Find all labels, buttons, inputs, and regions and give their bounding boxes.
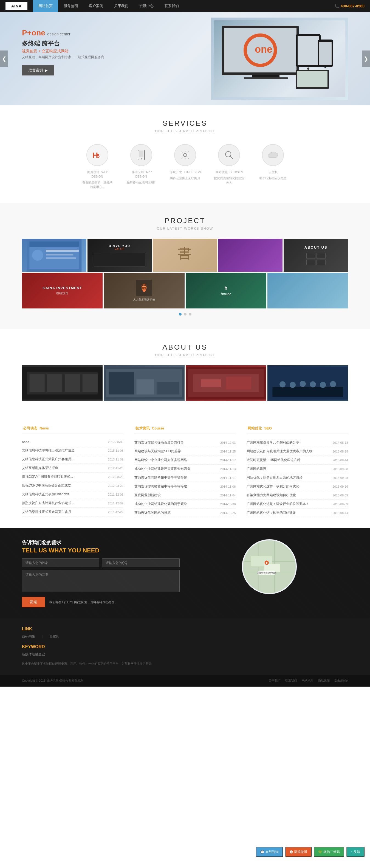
footer-link-privacy[interactable]: 隐私政策	[318, 679, 330, 683]
services-subtitle: OUR FULL-SERVED PROJECT	[22, 129, 348, 133]
nav-item-contact[interactable]: 联系我们	[159, 0, 184, 12]
news-col-title-seo: 网站优化 SEO	[246, 426, 348, 434]
contact-qq-input[interactable]	[102, 558, 179, 567]
news-title[interactable]: 成功的企业网站建设还需要哪些东西备	[134, 467, 217, 471]
contact-message-textarea[interactable]	[22, 570, 180, 592]
news-date: 2015-11-03	[108, 449, 123, 452]
news-title[interactable]: 网站建设花如何吸引关注大量优质客户的人物	[246, 449, 330, 454]
svg-point-51	[300, 381, 306, 387]
news-title[interactable]: 广州网站建设分享几个裂利处的分享	[246, 440, 330, 445]
news-date: 2013-08-14	[333, 459, 348, 462]
news-title[interactable]: 艾纳信息科技即将推出引流推广通道	[22, 448, 105, 453]
project-item-7[interactable]: 🏺 人人美术培训学校	[104, 273, 184, 308]
project-item-9[interactable]	[267, 273, 348, 308]
link-title: LINK	[22, 626, 348, 631]
hero-devices-image: one	[214, 20, 345, 97]
news-item: 近间时更灵活！H5网站优化应这几种 2013-08-14	[246, 456, 348, 465]
news-col-title-company: 公司动态 News	[22, 426, 124, 434]
keyword-items: 新媒体经融企业	[22, 652, 348, 657]
project-item-6[interactable]: KAINA INVESTMENT 凯纳投资	[22, 273, 103, 308]
svg-rect-35	[82, 374, 98, 392]
nav-item-cases[interactable]: 客户案例	[83, 0, 109, 12]
news-title[interactable]: 热烈庆祝广东省计算机行业协定式...	[22, 501, 105, 505]
news-title[interactable]: 成功的企业网站建设化繁为简于繁杂	[134, 502, 217, 506]
link-item-2[interactable]: 画空间	[49, 634, 59, 639]
contact-left: 告诉我们您的需求 TELL US WHAT YOU NEED 发送 我们将在1个…	[22, 539, 180, 607]
news-title[interactable]: 庆祝CCPO中国商业摄影正式成立	[22, 483, 105, 488]
nav-item-home[interactable]: 网站首页	[33, 0, 58, 12]
project-item-2[interactable]: DRIVE YOU VALUE	[88, 239, 152, 272]
svg-point-11	[325, 67, 326, 68]
hero-brand-sub: design center	[47, 32, 70, 36]
nav-item-about[interactable]: 关于我们	[109, 0, 134, 12]
news-title[interactable]: 广州网站优化这：这里的网站建设	[246, 510, 330, 515]
hero-cta-button[interactable]: 欣赏案例 ▶	[22, 65, 54, 75]
news-title[interactable]: 庆祝CCPA中国服务摄影联盟正式...	[22, 474, 105, 479]
news-title[interactable]: aaaa	[22, 440, 105, 444]
project-subtitle: OUR LATEST WORKS SHOW	[22, 227, 348, 230]
news-date: 2012-08-29	[108, 475, 123, 478]
news-title[interactable]: 互联网业创新建设	[134, 493, 217, 498]
project-item-4[interactable]	[218, 239, 283, 272]
news-title[interactable]: 艾纳互感谢媒体采访报道	[22, 466, 105, 470]
svg-rect-48	[272, 387, 343, 397]
news-title[interactable]: 艾纳信息科技正式参加Chianhwei	[22, 492, 105, 497]
news-item: 艾纳信息科技即将推出引流推广通道 2015-11-03	[22, 446, 124, 455]
about-item-2	[104, 365, 184, 401]
footer-link-email[interactable]: EMail地址	[334, 679, 348, 683]
news-title[interactable]: 网站建设与天猫淘宝SEO的差异	[134, 449, 217, 454]
news-title[interactable]: 网站建设中小企业公司如何实现网络	[134, 458, 217, 462]
news-title[interactable]: 近间时更灵活！H5网站优化应这几种	[246, 458, 330, 462]
news-title[interactable]: 艾纳告诉你的网站的排感	[134, 510, 217, 515]
news-title[interactable]: 艾纳告诉你网络营销中等等等等等建	[134, 475, 217, 480]
contact-name-input[interactable]	[22, 558, 99, 567]
svg-point-18	[141, 158, 142, 159]
project-row-1: DRIVE YOU VALUE 書 ABOUT US	[22, 239, 348, 272]
news-title[interactable]: 艾纳信息科技正式荣获广州客服局...	[22, 457, 105, 462]
news-title[interactable]: 艾纳告诉你网络营销中等等等等等建	[134, 484, 217, 489]
project-item-1[interactable]	[22, 239, 87, 272]
send-button[interactable]: 发送	[22, 597, 45, 607]
contact-title-en: TELL US WHAT YOU NEED	[22, 547, 180, 554]
news-title[interactable]: 广州网站优化这样一获积分如何优化	[246, 484, 330, 489]
news-date: 2014-12-03	[220, 441, 236, 444]
news-date: 2013-08-18	[333, 450, 348, 453]
footer-link-about[interactable]: 关于我们	[269, 679, 280, 683]
project-item-8[interactable]: h houzz	[186, 273, 266, 308]
service-item-cloud: 云主机 哪个行业都应该考虑	[251, 144, 295, 189]
service-desc-system: 将办公室搬上互联网月	[169, 176, 202, 181]
footer-link-sitemap[interactable]: 网站地图	[301, 679, 313, 683]
news-date: 2011-12-02	[108, 502, 123, 505]
dot-1[interactable]	[179, 313, 181, 316]
svg-rect-5	[244, 78, 288, 79]
news-date: 2012-11-20	[108, 467, 123, 470]
news-item: 艾纳信息科技正式参加Chianhwei 2011-12-03	[22, 490, 124, 499]
news-date: 2014-11-25	[220, 450, 236, 453]
slider-right-arrow[interactable]: ❯	[362, 51, 370, 67]
dot-3[interactable]	[189, 313, 192, 316]
slider-left-arrow[interactable]: ❮	[0, 51, 8, 67]
project-item-3[interactable]: 書	[153, 239, 217, 272]
link-item-1[interactable]: 西码书生	[22, 634, 35, 639]
svg-rect-33	[47, 374, 62, 392]
svg-rect-7	[298, 36, 319, 65]
news-title[interactable]: 艾纳告诉你如何提高百度自然排名	[134, 440, 217, 445]
news-title[interactable]: 广州网站优化这是：建设行业的位置要本！	[246, 502, 330, 506]
about-item-3	[186, 365, 266, 401]
svg-point-8	[307, 67, 309, 70]
dot-2[interactable]	[184, 313, 187, 316]
service-desc-mobile: 触屏移动互联网应用†	[125, 180, 158, 185]
news-col-seo: 网站优化 SEO 广州网站建设分享几个裂利处的分享 2014-08-18 网站建…	[246, 426, 348, 517]
news-title[interactable]: 网站优化：这是百度迎出效的地方游步	[246, 475, 330, 480]
footer-link-contact[interactable]: 联系我们	[285, 679, 297, 683]
svg-point-49	[279, 381, 285, 388]
news-title[interactable]: 有策划能力为网站建设如何积优化	[246, 493, 330, 498]
news-title[interactable]: 广州网站建设	[246, 467, 330, 471]
nav-item-news[interactable]: 资讯中心	[134, 0, 159, 12]
project-item-5[interactable]: ABOUT US	[283, 239, 348, 272]
svg-point-25	[32, 250, 43, 261]
news-title[interactable]: 艾纳信息科技正式迎来网页白畲月	[22, 509, 105, 514]
nav-item-services[interactable]: 服务范围	[58, 0, 83, 12]
svg-rect-26	[46, 250, 79, 252]
service-name-cloud: 云主机	[257, 170, 289, 174]
